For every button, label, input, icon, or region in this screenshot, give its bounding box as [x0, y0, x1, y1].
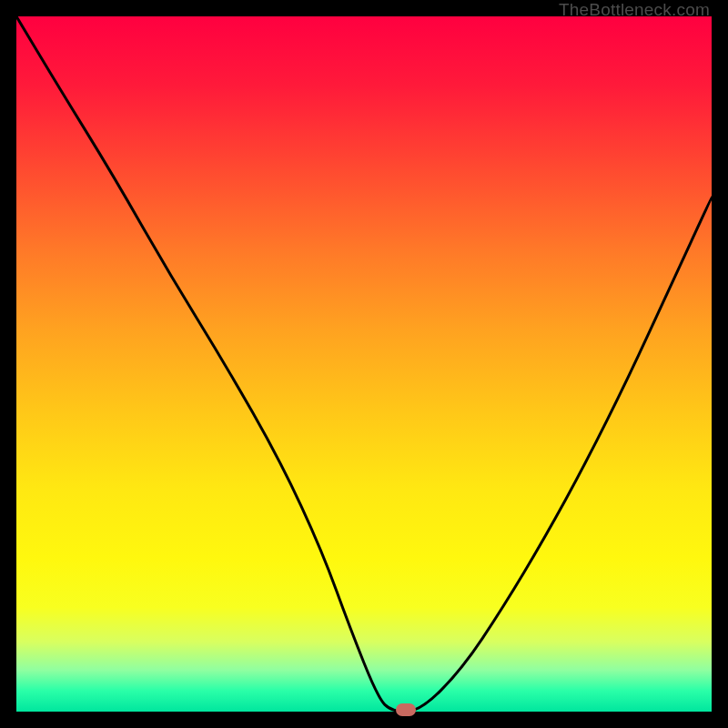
plot-area — [16, 16, 712, 712]
bottleneck-curve-path — [16, 16, 712, 712]
chart-frame: TheBottleneck.com — [0, 0, 728, 728]
optimal-marker — [396, 703, 416, 716]
curve-svg — [16, 16, 712, 712]
